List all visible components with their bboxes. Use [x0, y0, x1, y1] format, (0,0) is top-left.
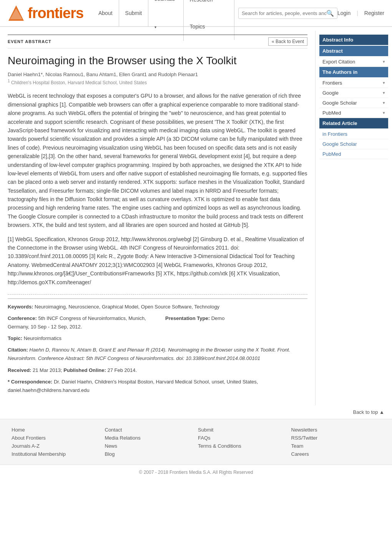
article-body: WebGL is recent technology that exposes … [8, 92, 307, 287]
logo-text[interactable]: frontiers [28, 5, 83, 22]
footer-terms[interactable]: Terms & Conditions [198, 443, 287, 449]
keywords-label: Keywords: [8, 304, 33, 310]
footer-about-frontiers[interactable]: About Frontiers [12, 435, 101, 441]
author-pubmed-arrow: ▾ [383, 110, 385, 115]
export-citation-label: Export Citation [322, 59, 355, 65]
received-label: Received: [8, 367, 31, 373]
logo-area: frontiers [8, 5, 92, 22]
authors-text: Daniel Haehn1*, Nicolas Rannou1, Banu Ah… [8, 72, 198, 77]
author-google-label: Google [322, 90, 339, 96]
page-content: EVENT ABSTRACT « Back to Event Neuroimag… [0, 27, 392, 405]
footer-col-4: Newsletters RSS/Twitter Team Careers [291, 427, 381, 457]
separator-1 [8, 294, 307, 295]
author-frontiers-label: Frontiers [322, 80, 342, 86]
sidebar-related-google-scholar[interactable]: Google Scholar [319, 139, 388, 149]
footer-newsletters[interactable]: Newsletters [291, 427, 381, 433]
footer-contact[interactable]: Contact [105, 427, 194, 433]
affiliation-text: Children's Hospital Boston, Harvard Medi… [11, 80, 147, 85]
back-to-event-button[interactable]: « Back to Event [268, 37, 307, 46]
sidebar-related-pubmed[interactable]: PubMed [319, 149, 388, 159]
sidebar-abstract-header[interactable]: Abstract [319, 46, 388, 56]
footer-news[interactable]: News [105, 443, 194, 449]
meta-keywords: Keywords: Neuroimaging, Neuroscience, Gr… [8, 303, 307, 311]
citation-value: Haehn D, Rannou N, Ahtam B, Grant E and … [8, 347, 290, 361]
frontiers-logo-icon [8, 5, 25, 22]
body-paragraph-1: WebGL is recent technology that exposes … [8, 92, 307, 229]
meta-received: Received: 21 Mar 2013; Published Online:… [8, 366, 307, 375]
author-google-scholar-arrow: ▾ [383, 100, 385, 105]
nav-about[interactable]: About [92, 0, 119, 27]
author-google-scholar-label: Google Scholar [322, 100, 357, 106]
main-area: EVENT ABSTRACT « Back to Event Neuroimag… [0, 27, 315, 405]
event-label: EVENT ABSTRACT [8, 39, 51, 44]
keywords-value: Neuroimaging, Neuroscience, Graphical Mo… [35, 304, 219, 310]
body-paragraph-2: [1] WebGL Specification, Khronos Group 2… [8, 235, 307, 287]
footer-copyright: © 2007 - 2018 Frontiers Media S.A. All R… [0, 465, 392, 480]
footer-col-3: Submit FAQs Terms & Conditions [198, 427, 287, 457]
article-authors: Daniel Haehn1*, Nicolas Rannou1, Banu Ah… [8, 72, 307, 77]
event-bar: EVENT ABSTRACT « Back to Event [8, 35, 307, 48]
presentation-value: Demo [211, 315, 225, 321]
nav-submit[interactable]: Submit [119, 0, 149, 27]
meta-row-conference: Conference: 5th INCF Congress of Neuroin… [8, 314, 307, 334]
citation-label: Citation: [8, 347, 28, 353]
footer-col-2: Contact Media Relations News Blog [105, 427, 194, 457]
sidebar: Abstract Info Abstract Export Citation ▾… [315, 31, 392, 405]
search-bar: 🔍 [238, 8, 337, 19]
sidebar-author-pubmed[interactable]: PubMed ▾ [319, 108, 388, 118]
register-link[interactable]: Register [364, 10, 384, 16]
meta-citation: Citation: Haehn D, Rannou N, Ahtam B, Gr… [8, 346, 307, 363]
back-to-top[interactable]: Back to top ▲ [0, 405, 392, 419]
footer-col-1: Home About Frontiers Journals A-Z Instit… [12, 427, 101, 457]
author-google-arrow: ▾ [383, 90, 385, 95]
footer-submit[interactable]: Submit [198, 427, 287, 433]
footer: Home About Frontiers Journals A-Z Instit… [0, 419, 392, 465]
affiliation-num: 1 [8, 79, 10, 83]
sidebar-abstract-info-header: Abstract Info [319, 35, 388, 45]
sidebar-author-google[interactable]: Google ▾ [319, 88, 388, 98]
footer-journals-az[interactable]: Journals A-Z [12, 443, 101, 449]
sidebar-author-google-scholar[interactable]: Google Scholar ▾ [319, 98, 388, 108]
footer-rss-twitter[interactable]: RSS/Twitter [291, 435, 381, 441]
author-frontiers-arrow: ▾ [383, 80, 385, 85]
footer-home[interactable]: Home [12, 427, 101, 433]
sidebar-the-authors-header: The Authors in [319, 67, 388, 77]
published-value: 27 Feb 2014. [107, 367, 137, 373]
header: frontiers About Submit Journals Research… [0, 0, 392, 27]
search-input[interactable] [242, 10, 326, 16]
sidebar-export-citation[interactable]: Export Citation ▾ [319, 57, 388, 67]
meta-conference: Conference: 5th INCF Congress of Neuroin… [8, 314, 150, 331]
sidebar-related-in-frontiers[interactable]: in Frontiers [319, 129, 388, 139]
sidebar-author-frontiers[interactable]: Frontiers ▾ [319, 78, 388, 88]
footer-blog[interactable]: Blog [105, 451, 194, 457]
footer-institutional-membership[interactable]: Institutional Membership [12, 451, 101, 457]
export-citation-arrow: ▾ [383, 59, 385, 64]
topic-label: Topic: [8, 335, 22, 341]
received-value: 21 Mar 2013; [33, 367, 62, 373]
separator-2 [8, 298, 307, 299]
author-pubmed-label: PubMed [322, 110, 341, 116]
footer-team[interactable]: Team [291, 443, 381, 449]
meta-correspondence: * Correspondence: Dr. Daniel Haehn, Chil… [8, 378, 307, 395]
header-divider: | [357, 10, 358, 16]
article-affiliation: 1 Children's Hospital Boston, Harvard Me… [8, 79, 307, 85]
header-right: Login | Register [337, 10, 384, 16]
sidebar-related-article-header: Related Article [319, 118, 388, 128]
search-button[interactable]: 🔍 [326, 10, 334, 17]
footer-careers[interactable]: Careers [291, 451, 381, 457]
topic-value: Neuroinformatics [24, 335, 61, 341]
conference-label: Conference: [8, 315, 37, 321]
meta-presentation: Presentation Type: Demo [165, 314, 307, 331]
footer-media-relations[interactable]: Media Relations [105, 435, 194, 441]
correspondence-label: * Correspondence: [8, 379, 52, 385]
meta-topic: Topic: Neuroinformatics [8, 334, 307, 343]
footer-faqs[interactable]: FAQs [198, 435, 287, 441]
presentation-label: Presentation Type: [165, 315, 210, 321]
article-title: Neuroimaging in the Browser using the X … [8, 54, 307, 68]
published-label: Published Online: [63, 367, 106, 373]
login-link[interactable]: Login [337, 10, 350, 16]
svg-marker-1 [10, 8, 22, 19]
